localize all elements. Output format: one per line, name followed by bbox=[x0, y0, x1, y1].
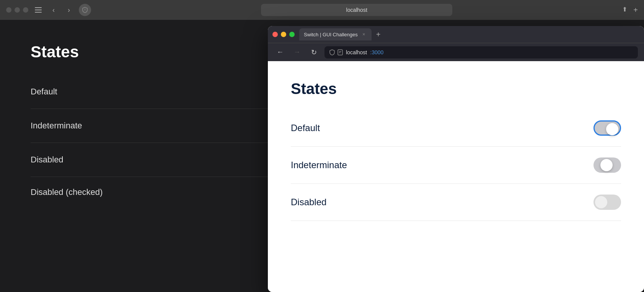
toggle-light-indeterminate[interactable] bbox=[593, 157, 621, 173]
outer-address-text: localhost bbox=[346, 7, 367, 13]
new-tab-icon[interactable]: + bbox=[633, 6, 638, 15]
popup-tab-bar: Switch | GUI Challenges × + bbox=[299, 28, 639, 41]
popup-label-disabled: Disabled bbox=[291, 197, 326, 208]
address-shield-icon bbox=[329, 49, 335, 55]
popup-back-button[interactable]: ← bbox=[274, 46, 286, 58]
forward-button-outer[interactable]: › bbox=[64, 5, 74, 15]
popup-section-title: States bbox=[291, 80, 621, 97]
popup-traffic-lights bbox=[272, 32, 295, 37]
outer-partial-label: Disabled (checked) bbox=[31, 187, 103, 197]
outer-label-default: Default bbox=[31, 87, 57, 97]
svg-rect-5 bbox=[339, 51, 341, 52]
new-tab-button[interactable]: + bbox=[373, 29, 384, 40]
popup-content: States Default Indeterminate Disabled bbox=[268, 61, 644, 292]
popup-reload-button[interactable]: ↻ bbox=[308, 46, 320, 58]
outer-traffic-lights bbox=[6, 7, 28, 13]
popup-tl-maximize[interactable] bbox=[289, 32, 295, 37]
popup-active-tab[interactable]: Switch | GUI Challenges × bbox=[299, 28, 372, 41]
popup-state-row-indeterminate: Indeterminate bbox=[291, 147, 621, 184]
popup-label-indeterminate: Indeterminate bbox=[291, 160, 347, 170]
popup-states-list: Default Indeterminate Disabled bbox=[291, 110, 621, 221]
sidebar-toggle-button[interactable] bbox=[33, 5, 44, 15]
shield-icon-outer bbox=[79, 4, 91, 16]
popup-tab-close-btn[interactable]: × bbox=[361, 31, 367, 37]
popup-toolbar: ← → ↻ localhost:3000 bbox=[268, 43, 644, 61]
toggle-light-disabled-knob bbox=[595, 196, 607, 208]
popup-address-bar[interactable]: localhost:3000 bbox=[324, 46, 638, 58]
popup-browser: Switch | GUI Challenges × + ← → ↻ bbox=[268, 26, 644, 292]
popup-title-bar: Switch | GUI Challenges × + bbox=[268, 26, 644, 43]
toggle-light-default-knob bbox=[606, 123, 618, 135]
toggle-light-default[interactable] bbox=[593, 120, 621, 136]
back-button-outer[interactable]: ‹ bbox=[48, 5, 59, 15]
popup-tl-minimize[interactable] bbox=[281, 32, 286, 37]
svg-rect-1 bbox=[35, 10, 42, 10]
outer-tl-minimize[interactable] bbox=[15, 7, 20, 13]
popup-state-row-default: Default bbox=[291, 110, 621, 147]
address-page-icon bbox=[337, 49, 343, 55]
address-host: localhost bbox=[346, 49, 367, 55]
address-icons bbox=[329, 49, 343, 55]
outer-tl-maximize[interactable] bbox=[23, 7, 28, 13]
share-icon[interactable]: ⬆ bbox=[622, 6, 627, 15]
svg-point-3 bbox=[85, 10, 85, 11]
outer-right-icons: ⬆ + bbox=[622, 6, 638, 15]
popup-state-row-disabled: Disabled bbox=[291, 184, 621, 221]
toggle-light-disabled bbox=[593, 195, 621, 210]
svg-rect-0 bbox=[35, 7, 42, 8]
svg-rect-2 bbox=[35, 12, 42, 13]
outer-tl-close[interactable] bbox=[6, 7, 11, 13]
popup-tab-title: Switch | GUI Challenges bbox=[304, 32, 358, 37]
popup-forward-button[interactable]: → bbox=[291, 46, 303, 58]
outer-label-indeterminate: Indeterminate bbox=[31, 121, 82, 131]
toggle-light-indeterminate-knob bbox=[600, 159, 613, 171]
popup-tl-close[interactable] bbox=[272, 32, 278, 37]
outer-address-bar[interactable]: localhost bbox=[261, 4, 452, 16]
svg-rect-6 bbox=[339, 52, 341, 53]
popup-label-default: Default bbox=[291, 123, 320, 133]
outer-label-disabled: Disabled bbox=[31, 155, 64, 165]
outer-toolbar: ‹ › localhost ⬆ + bbox=[0, 0, 644, 20]
address-port: :3000 bbox=[370, 49, 383, 55]
